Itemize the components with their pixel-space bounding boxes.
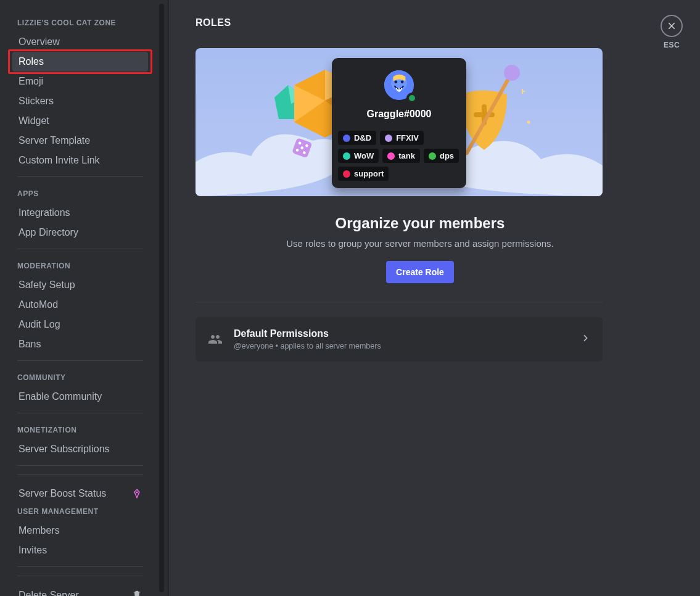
role-chip-label: dps bbox=[440, 151, 454, 160]
role-chip-label: FFXIV bbox=[396, 133, 419, 143]
role-chip-label: D&D bbox=[354, 133, 371, 143]
close-settings-button[interactable]: ESC bbox=[661, 15, 683, 49]
sidebar-separator bbox=[17, 576, 143, 576]
sidebar-scrollbar[interactable] bbox=[159, 4, 164, 592]
sidebar-item-delete-server[interactable]: Delete Server bbox=[12, 585, 148, 596]
sidebar-item-label: Enable Community bbox=[19, 391, 102, 402]
sidebar-item-app-directory[interactable]: App Directory bbox=[12, 223, 148, 242]
sidebar-item-label: Members bbox=[19, 525, 60, 536]
example-user-card: Graggle#0000 D&DFFXIVWoWtankdpssupport bbox=[332, 58, 466, 188]
sidebar-separator bbox=[17, 413, 143, 413]
status-online-icon bbox=[406, 93, 418, 104]
sidebar-item-server-subscriptions[interactable]: Server Subscriptions bbox=[12, 439, 148, 459]
sidebar-item-stickers[interactable]: Stickers bbox=[12, 91, 148, 111]
sidebar-separator bbox=[17, 566, 143, 567]
sidebar-item-invites[interactable]: Invites bbox=[12, 540, 148, 560]
chevron-right-icon bbox=[580, 333, 590, 346]
svg-point-14 bbox=[504, 65, 520, 81]
sidebar-category-header: USER MANAGEMENT bbox=[12, 503, 148, 516]
role-chip-label: WoW bbox=[354, 151, 374, 160]
boost-gem-icon bbox=[132, 489, 142, 499]
sidebar-item-label: Roles bbox=[19, 56, 44, 67]
role-color-dot bbox=[343, 135, 350, 142]
sidebar-item-label: Stickers bbox=[19, 96, 54, 107]
sidebar-item-label: Server Template bbox=[19, 135, 90, 146]
sidebar-category-header: MODERATION bbox=[12, 258, 148, 270]
sidebar-item-label: Server Boost Status bbox=[19, 488, 106, 499]
default-permissions-subtitle: @everyone • applies to all server member… bbox=[234, 342, 381, 350]
sidebar-item-server-boost-status[interactable]: Server Boost Status bbox=[12, 484, 148, 503]
sidebar-item-label: Bans bbox=[19, 339, 41, 350]
svg-point-16 bbox=[527, 121, 530, 124]
svg-point-19 bbox=[394, 80, 397, 83]
sidebar-category-header: COMMUNITY bbox=[12, 370, 148, 382]
role-chip-d-d: D&D bbox=[338, 131, 376, 145]
svg-point-0 bbox=[136, 492, 138, 494]
sidebar-item-label: Invites bbox=[19, 545, 47, 556]
sidebar-category-header: LIZZIE'S COOL CAT ZONE bbox=[12, 15, 148, 27]
sidebar-item-label: Safety Setup bbox=[19, 279, 75, 291]
create-role-button[interactable]: Create Role bbox=[386, 261, 454, 283]
role-color-dot bbox=[343, 170, 350, 178]
roles-hero-banner: Graggle#0000 D&DFFXIVWoWtankdpssupport bbox=[196, 48, 603, 196]
sidebar-item-emoji[interactable]: Emoji bbox=[12, 72, 148, 91]
role-chip-ffxiv: FFXIV bbox=[380, 131, 424, 145]
sidebar-item-label: Custom Invite Link bbox=[19, 155, 100, 166]
sidebar-item-enable-community[interactable]: Enable Community bbox=[12, 387, 148, 407]
sidebar-item-label: Overview bbox=[19, 36, 60, 48]
sidebar-item-widget[interactable]: Widget bbox=[12, 111, 148, 131]
hero-subtext: Use roles to group your server members a… bbox=[196, 238, 644, 249]
svg-point-20 bbox=[401, 80, 404, 83]
close-icon bbox=[661, 15, 683, 37]
sidebar-item-label: Widget bbox=[19, 115, 49, 126]
sidebar-item-bans[interactable]: Bans bbox=[12, 334, 148, 354]
sidebar-item-label: Audit Log bbox=[19, 319, 60, 330]
default-permissions-title: Default Permissions bbox=[234, 328, 381, 339]
sidebar-separator bbox=[17, 474, 143, 475]
sidebar-category-header: MONETIZATION bbox=[12, 422, 148, 434]
sidebar-item-safety-setup[interactable]: Safety Setup bbox=[12, 275, 148, 295]
page-title: ROLES bbox=[196, 17, 644, 28]
role-chip-tank: tank bbox=[382, 149, 420, 163]
sidebar-separator bbox=[17, 176, 143, 177]
members-icon bbox=[208, 332, 223, 347]
settings-sidebar: LIZZIE'S COOL CAT ZONEOverviewRolesEmoji… bbox=[0, 0, 168, 596]
default-permissions-row[interactable]: Default Permissions @everyone • applies … bbox=[196, 317, 603, 362]
close-label: ESC bbox=[664, 41, 680, 49]
sidebar-separator bbox=[17, 249, 143, 249]
sidebar-item-custom-invite-link[interactable]: Custom Invite Link bbox=[12, 151, 148, 170]
role-color-dot bbox=[387, 152, 395, 160]
role-chip-label: support bbox=[354, 169, 384, 178]
role-chip-support: support bbox=[338, 167, 389, 181]
sidebar-item-automod[interactable]: AutoMod bbox=[12, 295, 148, 315]
sidebar-item-label: Delete Server bbox=[19, 590, 79, 596]
sidebar-item-server-template[interactable]: Server Template bbox=[12, 131, 148, 151]
sidebar-separator bbox=[17, 465, 143, 466]
sidebar-item-integrations[interactable]: Integrations bbox=[12, 203, 148, 223]
sidebar-item-members[interactable]: Members bbox=[12, 521, 148, 540]
example-username: Graggle#0000 bbox=[338, 109, 460, 120]
role-color-dot bbox=[429, 152, 436, 160]
sidebar-separator bbox=[17, 360, 143, 361]
role-chip-wow: WoW bbox=[338, 149, 379, 163]
settings-main: ESC ROLES bbox=[168, 0, 700, 596]
role-color-dot bbox=[385, 135, 392, 142]
trash-icon bbox=[132, 589, 142, 596]
sidebar-item-audit-log[interactable]: Audit Log bbox=[12, 315, 148, 334]
sidebar-item-overview[interactable]: Overview bbox=[12, 32, 148, 52]
sidebar-item-label: AutoMod bbox=[19, 299, 58, 310]
sidebar-item-label: Emoji bbox=[19, 76, 43, 87]
hero-headline: Organize your members bbox=[196, 215, 644, 232]
role-color-dot bbox=[343, 152, 350, 160]
role-chip-label: tank bbox=[398, 151, 415, 160]
sidebar-item-label: Integrations bbox=[19, 207, 70, 218]
section-divider bbox=[196, 302, 603, 302]
role-chip-dps: dps bbox=[424, 149, 459, 163]
sidebar-item-roles[interactable]: Roles bbox=[12, 52, 148, 72]
sidebar-category-header: APPS bbox=[12, 186, 148, 198]
sidebar-item-label: App Directory bbox=[19, 227, 78, 238]
sidebar-item-label: Server Subscriptions bbox=[19, 444, 110, 455]
